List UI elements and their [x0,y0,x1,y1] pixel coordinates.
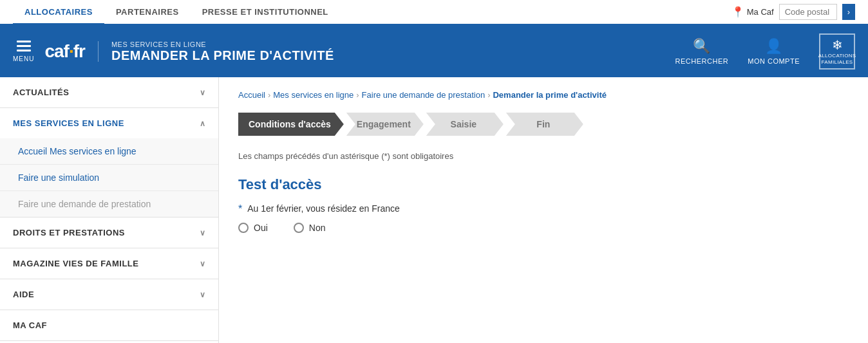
menu-bar-3 [17,50,31,51]
breadcrumb-sep-3: › [487,90,490,100]
site-header: MENU caf·fr MES SERVICES EN LIGNE DEMAND… [0,26,868,77]
chevron-down-icon-aide: ∨ [200,290,206,299]
step-fin[interactable]: Fin [506,113,583,136]
account-icon: 👤 [765,38,782,55]
sidebar-section-label-ma-caf: MA CAF [13,320,47,330]
sidebar-item-simulation[interactable]: Faire une simulation [0,165,218,191]
chevron-up-icon-mes-services: ∧ [200,119,206,128]
breadcrumb-current: Demander la prime d'activité [493,90,607,100]
breadcrumb-accueil[interactable]: Accueil [238,90,265,100]
breadcrumb-mes-services[interactable]: Mes services en ligne [273,90,354,100]
radio-label-non: Non [309,223,326,233]
sidebar-item-demande-prestation: Faire une demande de prestation [0,191,218,217]
af-logo-inner: ❄ ALLOCATIONSFAMILIALES [818,37,856,65]
snowflake-icon: ❄ [818,37,856,53]
sidebar-section-aide: AIDE ∨ [0,279,218,310]
step-label-fin: Fin [536,119,550,129]
step-label-engagement: Engagement [357,119,411,129]
search-label: RECHERCHER [675,57,729,65]
menu-bar-2 [17,45,31,47]
sidebar-section-droits: DROITS ET PRESTATIONS ∨ [0,218,218,248]
radio-circle-non [294,223,304,233]
nav-item-allocataires[interactable]: ALLOCATAIRES [13,1,104,25]
step-saisie[interactable]: Saisie [426,113,504,136]
radio-option-oui[interactable]: Oui [238,223,268,233]
sidebar-section-mes-services: MES SERVICES EN LIGNE ∧ Accueil Mes serv… [0,108,218,218]
nav-item-partenaires[interactable]: PARTENAIRES [104,0,191,24]
sidebar-section-actualites: ACTUALITÉS ∨ [0,77,218,108]
sidebar-section-header-aide[interactable]: AIDE ∨ [0,279,218,310]
ma-caf-btn[interactable]: 📍 Ma Caf [731,6,774,18]
sidebar-section-label-magazine: MAGAZINE VIES DE FAMILLE [13,259,138,268]
step-conditions[interactable]: Conditions d'accès [238,113,344,136]
account-label: MON COMPTE [748,57,800,65]
required-note: Les champs précédés d'un astérisque (*) … [238,151,849,161]
search-button[interactable]: 🔍 RECHERCHER [675,38,729,65]
radio-group: Oui Non [238,223,849,233]
sidebar-section-header-magazine[interactable]: MAGAZINE VIES DE FAMILLE ∨ [0,248,218,279]
search-icon: 🔍 [693,38,710,55]
top-nav: ALLOCATAIRES PARTENAIRES PRESSE ET INSTI… [0,0,868,26]
nav-item-presse[interactable]: PRESSE ET INSTITUTIONNEL [191,0,340,24]
chevron-down-icon-actualites: ∨ [200,88,206,97]
header-service-info: MES SERVICES EN LIGNE DEMANDER LA PRIME … [111,41,334,63]
code-postal-input[interactable] [779,4,837,20]
sidebar: ACTUALITÉS ∨ MES SERVICES EN LIGNE ∧ Acc… [0,77,219,343]
form-section: Test d'accès * Au 1er février, vous rési… [238,176,849,233]
sidebar-section-header-droits[interactable]: DROITS ET PRESTATIONS ∨ [0,218,218,248]
chevron-down-icon-droits: ∨ [200,228,206,237]
menu-label: MENU [13,55,34,62]
chevron-down-icon-magazine: ∨ [200,259,206,268]
menu-bar-1 [17,41,31,42]
main-content: Accueil › Mes services en ligne › Faire … [219,77,868,343]
question-row: * Au 1er février, vous résidez en France [238,203,849,215]
breadcrumb-sep-1: › [268,90,270,100]
sidebar-sub-items-mes-services: Accueil Mes services en ligne Faire une … [0,138,218,217]
location-icon: 📍 [731,6,744,18]
ma-caf-label: Ma Caf [747,7,774,17]
sidebar-section-header-ma-caf[interactable]: MA CAF [0,310,218,340]
menu-button[interactable]: MENU [13,41,34,62]
question-text: Au 1er février, vous résidez en France [247,203,400,214]
radio-label-oui: Oui [254,223,268,233]
sidebar-item-accueil-services[interactable]: Accueil Mes services en ligne [0,138,218,165]
top-nav-right: 📍 Ma Caf › [731,4,855,20]
logo[interactable]: caf·fr [44,41,84,62]
steps-container: Conditions d'accès Engagement Saisie Fin [238,113,849,136]
logo-area: caf·fr [44,41,98,62]
radio-circle-oui [238,223,249,233]
sidebar-section-label-actualites: ACTUALITÉS [13,88,69,97]
breadcrumb-sep-2: › [356,90,359,100]
step-label-saisie: Saisie [451,119,476,129]
sidebar-section-header-mes-services[interactable]: MES SERVICES EN LIGNE ∧ [0,108,218,138]
breadcrumb: Accueil › Mes services en ligne › Faire … [238,90,849,100]
step-engagement[interactable]: Engagement [346,113,424,136]
account-button[interactable]: 👤 MON COMPTE [748,38,800,65]
breadcrumb-demande[interactable]: Faire une demande de prestation [362,90,486,100]
service-title: DEMANDER LA PRIME D'ACTIVITÉ [111,48,334,63]
sidebar-section-label-mes-services: MES SERVICES EN LIGNE [13,118,124,128]
page-layout: ACTUALITÉS ∨ MES SERVICES EN LIGNE ∧ Acc… [0,77,868,343]
sidebar-section-ma-caf: MA CAF [0,310,218,341]
header-right: 🔍 RECHERCHER 👤 MON COMPTE ❄ ALLOCATIONSF… [675,33,855,70]
radio-option-non[interactable]: Non [294,223,326,233]
sidebar-section-label-droits: DROITS ET PRESTATIONS [13,228,125,237]
code-postal-submit[interactable]: › [842,4,855,20]
service-subtitle: MES SERVICES EN LIGNE [111,41,334,48]
section-title: Test d'accès [238,176,849,193]
sidebar-section-header-actualites[interactable]: ACTUALITÉS ∨ [0,77,218,107]
sidebar-section-label-aide: AIDE [13,290,34,299]
sidebar-section-magazine: MAGAZINE VIES DE FAMILLE ∨ [0,248,218,279]
required-star: * [238,203,242,215]
af-logo[interactable]: ❄ ALLOCATIONSFAMILIALES [819,33,855,70]
step-label-conditions: Conditions d'accès [249,119,331,129]
